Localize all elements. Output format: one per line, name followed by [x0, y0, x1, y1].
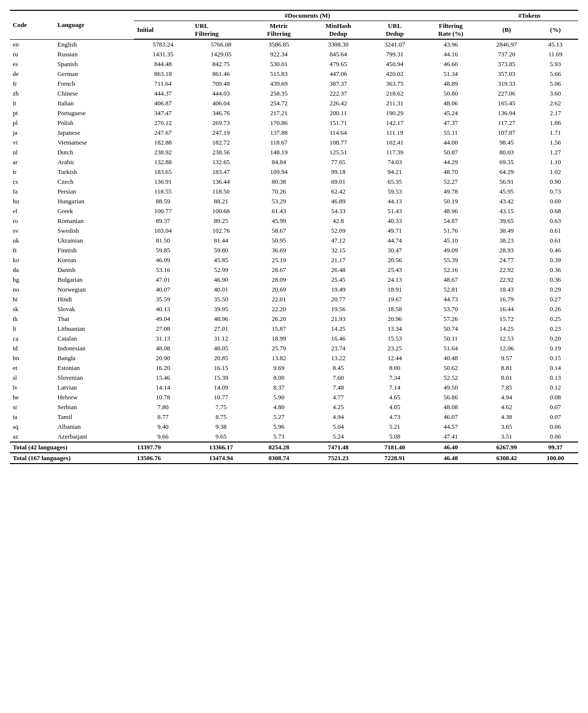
table-row: pl Polish 270.12 269.73 170.86 151.71 14…: [10, 118, 578, 128]
cell-metric-filt: 45.99: [250, 216, 308, 226]
cell-url-dedup: 211.31: [369, 98, 421, 108]
table-row: ar Arabic 132.88 132.65 84.84 77.65 74.0…: [10, 157, 578, 167]
cell-language: French: [54, 79, 134, 89]
cell-filt-rate: 44.00: [420, 138, 481, 148]
cell-tokens-pct: 0.27: [533, 295, 578, 304]
cell-url-dedup: 59.53: [369, 187, 421, 197]
cell-code: sv: [10, 226, 54, 236]
cell-tokens-pct: 1.10: [533, 157, 578, 167]
cell-minhash: 47.12: [308, 236, 369, 246]
cell-initial: 88.59: [134, 197, 192, 206]
table-row: vi Vietnamese 182.88 182.72 118.67 108.7…: [10, 138, 578, 148]
table-row: es Spanish 844.48 842.75 530.01 479.65 4…: [10, 59, 578, 69]
cell-url-filt: 1429.05: [192, 49, 250, 59]
cell-code: pt: [10, 108, 54, 118]
cell-filt-rate: 47.41: [420, 432, 481, 442]
table-row: fa Persian 118.55 118.50 70.26 62.42 59.…: [10, 187, 578, 197]
cell-minhash: 23.74: [308, 344, 369, 353]
table-row: sv Swedish 103.04 102.76 58.67 52.09 49.…: [10, 226, 578, 236]
cell-metric-filt: 80.38: [250, 177, 308, 187]
cell-initial: 844.48: [134, 59, 192, 69]
cell-tokens-pct: 0.29: [533, 285, 578, 295]
cell-url-filt: 269.73: [192, 118, 250, 128]
cell-url-filt: 346.76: [192, 108, 250, 118]
cell-initial: 863.18: [134, 69, 192, 79]
cell-code: fi: [10, 246, 54, 255]
col-minhash: MinHashDedup: [308, 21, 369, 40]
cell-minhash: 32.15: [308, 246, 369, 255]
cell-tokens-b: 22.92: [481, 265, 533, 275]
table-row: uk Ukrainian 81.50 81.44 50.95 47.12 44.…: [10, 236, 578, 246]
cell-minhash: 21.93: [308, 314, 369, 324]
cell-url-dedup: 15.53: [369, 334, 421, 344]
cell-url-dedup: 142.17: [369, 118, 421, 128]
cell-url-filt: 88.21: [192, 197, 250, 206]
cell-tokens-pct: 0.23: [533, 324, 578, 334]
cell-url-filt: 132.65: [192, 157, 250, 167]
total-42-url-filt: 13366.17: [192, 442, 250, 453]
cell-filt-rate: 40.48: [420, 353, 481, 363]
cell-filt-rate: 48.70: [420, 167, 481, 177]
cell-tokens-pct: 0.39: [533, 255, 578, 265]
data-table-container: Code Language #Documents (M) #Tokens Ini…: [10, 10, 578, 464]
cell-url-dedup: 5.21: [369, 422, 421, 432]
cell-filt-rate: 48.06: [420, 98, 481, 108]
cell-minhash: 16.46: [308, 334, 369, 344]
cell-tokens-pct: 11.69: [533, 49, 578, 59]
cell-language: Chinese: [54, 89, 134, 98]
cell-url-dedup: 18.58: [369, 304, 421, 314]
cell-minhash: 114.64: [308, 128, 369, 138]
cell-language: Italian: [54, 98, 134, 108]
cell-tokens-b: 2846.97: [481, 39, 533, 49]
table-body: en English 5783.24 5766.08 3586.85 3308.…: [10, 39, 578, 464]
cell-language: Lithuanian: [54, 324, 134, 334]
total-42-tokens-b: 6267.99: [481, 442, 533, 453]
cell-url-dedup: 40.33: [369, 216, 421, 226]
cell-language: Persian: [54, 187, 134, 197]
cell-tokens-b: 165.45: [481, 98, 533, 108]
cell-initial: 136.91: [134, 177, 192, 187]
cell-metric-filt: 217.21: [250, 108, 308, 118]
cell-filt-rate: 45.24: [420, 108, 481, 118]
cell-language: Polish: [54, 118, 134, 128]
cell-language: Portuguese: [54, 108, 134, 118]
cell-language: Bulgarian: [54, 275, 134, 285]
cell-tokens-pct: 0.08: [533, 393, 578, 402]
cell-minhash: 26.48: [308, 265, 369, 275]
cell-metric-filt: 26.20: [250, 314, 308, 324]
table-row: fr French 711.64 709.48 439.69 387.37 36…: [10, 79, 578, 89]
cell-language: Romanian: [54, 216, 134, 226]
cell-filt-rate: 52.27: [420, 177, 481, 187]
table-row: ro Romanian 89.37 89.25 45.99 42.8 40.33…: [10, 216, 578, 226]
total-42-label: Total (42 languages): [10, 442, 134, 453]
group-documents: #Documents (M): [134, 10, 481, 21]
cell-initial: 40.07: [134, 285, 192, 295]
cell-url-dedup: 20.56: [369, 255, 421, 265]
cell-metric-filt: 15.87: [250, 324, 308, 334]
cell-tokens-b: 24.77: [481, 255, 533, 265]
table-row: th Thai 49.04 48.96 26.20 21.93 20.96 57…: [10, 314, 578, 324]
cell-minhash: 125.51: [308, 148, 369, 157]
cell-url-dedup: 4.05: [369, 402, 421, 412]
cell-url-dedup: 12.44: [369, 353, 421, 363]
cell-tokens-pct: 0.68: [533, 206, 578, 216]
cell-metric-filt: 25.19: [250, 255, 308, 265]
cell-tokens-b: 15.72: [481, 314, 533, 324]
cell-code: vi: [10, 138, 54, 148]
cell-code: el: [10, 206, 54, 216]
cell-tokens-b: 45.95: [481, 187, 533, 197]
col-tokens-b: (B): [481, 21, 533, 40]
total-167-filt-rate: 46.48: [420, 453, 481, 464]
cell-filt-rate: 47.37: [420, 118, 481, 128]
cell-code: da: [10, 265, 54, 275]
cell-tokens-b: 38.49: [481, 226, 533, 236]
cell-url-filt: 59.80: [192, 246, 250, 255]
cell-language: Ukrainian: [54, 236, 134, 246]
cell-url-filt: 9.38: [192, 422, 250, 432]
cell-minhash: 69.01: [308, 177, 369, 187]
cell-initial: 347.47: [134, 108, 192, 118]
cell-url-dedup: 13.34: [369, 324, 421, 334]
table-row: ko Korean 46.09 45.85 25.19 21.17 20.56 …: [10, 255, 578, 265]
cell-url-filt: 48.96: [192, 314, 250, 324]
cell-minhash: 42.8: [308, 216, 369, 226]
